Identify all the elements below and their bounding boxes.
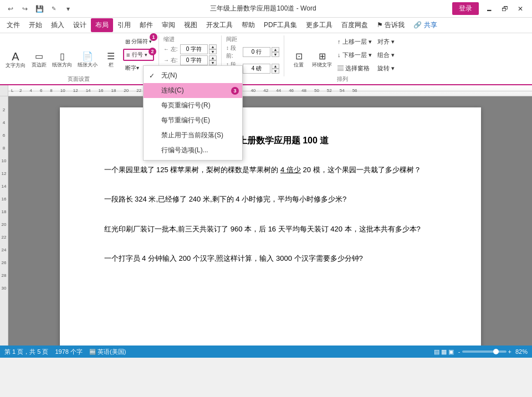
spacing-after-down[interactable]: ▼ (272, 69, 279, 74)
indent-right-row: → 右: ▲ ▼ (163, 55, 217, 65)
indent-right-up[interactable]: ▲ (209, 55, 217, 60)
select-pane-btn[interactable]: ▤ 选择窗格 (335, 62, 374, 74)
save-btn[interactable]: 💾 (33, 3, 45, 15)
indent-left-down[interactable]: ▼ (209, 49, 217, 54)
window-controls: 🗕 🗗 ✕ (482, 2, 528, 16)
spacing-after-up[interactable]: ▲ (272, 64, 279, 69)
dropdown-continuous[interactable]: 连续(C) 3 (144, 83, 242, 98)
question-2: 一段路长 324 米,已经修了 240 米,剩下的 4 小时修完，平均每小时修多… (104, 193, 437, 205)
restore-btn[interactable]: 🗗 (498, 2, 512, 16)
zoom-thumb (493, 349, 499, 354)
language-info: 🔤 英语(美国) (89, 348, 126, 356)
dropdown-none[interactable]: ✓ 无(N) (144, 68, 242, 83)
menu-design[interactable]: 设计 (69, 18, 91, 32)
document-area: 三年级上册数学应用题 100 道 一个果园里栽了 125 棵苹果树，梨树的棵数是… (8, 96, 532, 346)
wrap-text-btn[interactable]: ⊞ 环绕文字 (310, 45, 334, 74)
title-bar: ↩ ↪ 💾 ✎ ▾ 三年级上册数学应用题100道 - Word 登录 🗕 🗗 ✕ (0, 0, 532, 18)
move-down-btn[interactable]: ↓ 下移一层 ▾ (335, 49, 374, 61)
line-number-dropdown: ✓ 无(N) 连续(C) 3 每页重编行号(R) 每节重编行号(E) 禁止用于当… (143, 65, 243, 161)
view-web-icon[interactable]: ▦ (441, 348, 447, 355)
question-4: 一个打字员 4 分钟输入 200 个汉字,照这样计算，输入 3000 个汉字需要… (104, 252, 437, 265)
undo-btn[interactable]: ↩ (4, 3, 17, 15)
menu-insert[interactable]: 插入 (47, 18, 69, 32)
question-3: 红光印刷厂装订一批本,前三天共装订了 960 本，后 16 天平均每天装订 42… (104, 223, 437, 235)
indent-right-down[interactable]: ▼ (209, 60, 217, 65)
badge-inline: 1 (150, 33, 157, 41)
indent-right-input[interactable] (180, 55, 208, 65)
spacing-before-input[interactable] (243, 47, 270, 57)
badge-3: 3 (231, 87, 239, 95)
line-number-btn[interactable]: ≡ 行号 ▾ 2 (123, 49, 154, 61)
move-up-btn[interactable]: ↑ 上移一层 ▾ (335, 35, 374, 48)
dropdown-per-page[interactable]: 每页重编行号(R) (144, 98, 242, 113)
qa-btn[interactable]: ▾ (62, 3, 74, 15)
separator-btn[interactable]: ⊞ 分隔符 ▾ 1 (123, 35, 154, 48)
customize-btn[interactable]: ✎ (48, 3, 60, 15)
rotate-btn[interactable]: 旋转 ▾ (375, 62, 397, 74)
group-btn[interactable]: 组合 ▾ (375, 49, 397, 61)
menu-home[interactable]: 开始 (24, 18, 47, 32)
menu-layout[interactable]: 布局 (91, 18, 113, 32)
document-title: 三年级上册数学应用题100道 - Word (74, 4, 452, 13)
zoom-control: - + 82% (458, 348, 528, 355)
view-read-icon[interactable]: ▣ (448, 348, 454, 355)
indent-right-arrows: ▲ ▼ (209, 55, 217, 65)
ribbon: 1 A 文字方向 ▭ 页边距 ▯ 纸张方向 📄 纸张大小 (0, 33, 532, 85)
menu-dev[interactable]: 开发工具 (202, 18, 237, 32)
orientation-btn[interactable]: ▯ 纸张方向 (50, 45, 74, 74)
menu-share[interactable]: 🔗 共享 (409, 18, 441, 32)
menu-baidu[interactable]: 百度网盘 (337, 18, 372, 32)
minimize-btn[interactable]: 🗕 (482, 2, 497, 16)
spacing-before-arrows: ▲ ▼ (272, 47, 279, 57)
menu-pdf[interactable]: PDF工具集 (259, 18, 301, 32)
indent-left-up[interactable]: ▲ (209, 44, 217, 49)
zoom-in-btn[interactable]: + (508, 348, 511, 355)
paper-size-btn[interactable]: 📄 纸张大小 (75, 45, 100, 74)
menu-file[interactable]: 文件 (2, 18, 24, 32)
title-right: 登录 🗕 🗗 ✕ (452, 2, 528, 16)
indent-left-row: ← 左: ▲ ▼ (163, 44, 217, 54)
title-left: ↩ ↪ 💾 ✎ ▾ (4, 3, 74, 15)
ruler-corner (0, 85, 8, 96)
menu-tellme[interactable]: ⚑ 告诉我 (372, 18, 409, 32)
spacing-before-down[interactable]: ▼ (272, 52, 279, 57)
view-icons: ▤ ▦ ▣ (434, 348, 454, 355)
spacing-after-input[interactable] (243, 64, 270, 74)
indent-label: 缩进 (163, 35, 217, 43)
close-btn[interactable]: ✕ (513, 2, 528, 16)
status-bar: 第 1 页，共 5 页 1978 个字 🔤 英语(美国) ▤ ▦ ▣ - + 8… (0, 346, 532, 358)
redo-btn[interactable]: ↪ (19, 3, 31, 15)
columns-btn[interactable]: ☰ 栏 (101, 45, 121, 74)
spacing-after-arrows: ▲ ▼ (272, 64, 279, 74)
menu-mail[interactable]: 邮件 (135, 18, 157, 32)
badge-2: 2 (149, 48, 156, 55)
align-btn[interactable]: 对齐 ▾ (375, 35, 397, 48)
ruler-container: L 24681012141618202224262830323436384042… (0, 85, 532, 96)
menu-help[interactable]: 帮助 (237, 18, 259, 32)
text-direction-btn[interactable]: A 文字方向 (3, 45, 28, 74)
menu-references[interactable]: 引用 (113, 18, 135, 32)
spacing-before-row: ↕ 段前: ▲ ▼ (226, 44, 279, 60)
spacing-before-up[interactable]: ▲ (272, 47, 279, 52)
menu-review[interactable]: 审阅 (157, 18, 180, 32)
menu-more[interactable]: 更多工具 (301, 18, 337, 32)
document-page: 三年级上册数学应用题 100 道 一个果园里栽了 125 棵苹果树，梨树的棵数是… (60, 107, 481, 346)
page-setup-label: 页面设置 (68, 75, 90, 83)
vertical-ruler: 24681012141618202224262830 (0, 96, 8, 346)
question-1: 一个果园里栽了 125 棵苹果树，梨树的棵数是苹果树的 4 倍少 20 模，这个… (104, 163, 437, 176)
horizontal-ruler: L 24681012141618202224262830323436384042… (8, 85, 532, 96)
indent-left-input[interactable] (180, 44, 208, 54)
dropdown-options[interactable]: 行编号选项(L)... (144, 143, 242, 158)
menu-view[interactable]: 视图 (180, 18, 202, 32)
dropdown-suppress[interactable]: 禁止用于当前段落(S) (144, 128, 242, 143)
login-button[interactable]: 登录 (452, 2, 479, 15)
indent-left-arrows: ▲ ▼ (209, 44, 217, 54)
status-right: ▤ ▦ ▣ - + 82% (434, 348, 528, 355)
position-btn[interactable]: ⊡ 位置 (289, 45, 309, 74)
view-print-icon[interactable]: ▤ (434, 348, 439, 355)
margins-btn[interactable]: ▭ 页边距 (29, 45, 49, 74)
zoom-out-btn[interactable]: - (458, 348, 461, 355)
zoom-slider[interactable] (462, 350, 507, 353)
dropdown-per-section[interactable]: 每节重编行号(E) (144, 113, 242, 128)
menu-bar: 文件 开始 插入 设计 布局 引用 邮件 审阅 视图 开发工具 帮助 PDF工具… (0, 18, 532, 33)
